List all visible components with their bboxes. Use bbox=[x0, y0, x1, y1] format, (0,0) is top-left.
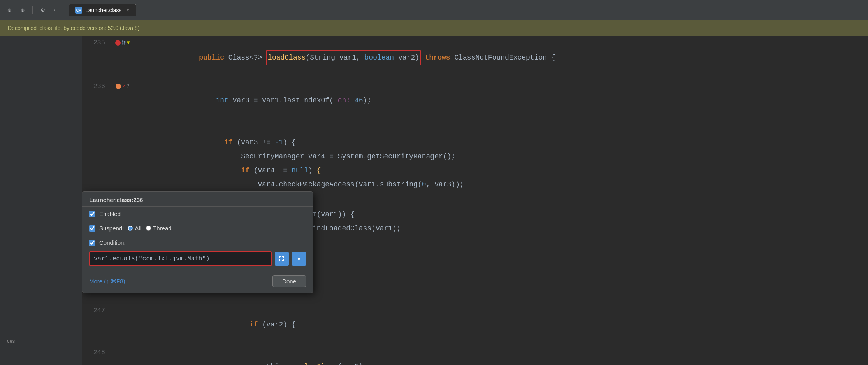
radio-thread[interactable]: Thread bbox=[146, 225, 172, 232]
dropdown-button[interactable]: ▼ bbox=[292, 252, 306, 266]
code-line-235: 235 @ ▼ public Class<?> loadClass(String… bbox=[82, 36, 868, 79]
line-num-247: 247 bbox=[82, 304, 113, 318]
launcher-class-tab[interactable]: CA Launcher.class × bbox=[69, 4, 136, 16]
radio-all[interactable]: All bbox=[128, 225, 141, 232]
expand-button[interactable] bbox=[275, 252, 289, 266]
radio-all-input[interactable] bbox=[128, 226, 133, 231]
titlebar-icons: ⊕ ⊕ | ⚙ ← bbox=[4, 5, 61, 16]
line-num-236: 236 bbox=[82, 79, 113, 93]
code-line-248: 248 this.resolveClass(var5); bbox=[82, 346, 868, 365]
code-line-236: 236 ✓ ? int var3 = var1.lastIndexOf( ch:… bbox=[82, 79, 868, 121]
popup-condition-row: Condition: bbox=[82, 235, 313, 250]
condition-label: Condition: bbox=[99, 239, 126, 246]
suspend-checkbox[interactable] bbox=[89, 225, 95, 232]
info-bar: Decompiled .class file, bytecode version… bbox=[0, 20, 868, 36]
tab-close-button[interactable]: × bbox=[126, 7, 129, 13]
line-num-235: 235 bbox=[82, 36, 113, 50]
circle-icon[interactable]: ⊕ bbox=[4, 5, 15, 16]
title-bar: ⊕ ⊕ | ⚙ ← CA Launcher.class × bbox=[0, 0, 868, 20]
condition-input-field[interactable] bbox=[89, 251, 272, 266]
radio-thread-label: Thread bbox=[153, 225, 172, 232]
popup-spacer: if (var3 != -1) { SecurityManager var4 =… bbox=[82, 121, 868, 261]
code-container: 235 @ ▼ public Class<?> loadClass(String… bbox=[82, 36, 868, 365]
code-line-247: 247 if (var2) { bbox=[82, 304, 868, 346]
left-sidebar: ces bbox=[0, 36, 82, 365]
popup-footer: More (↑ ⌘F8) Done bbox=[82, 271, 313, 293]
back-icon[interactable]: ← bbox=[51, 5, 61, 16]
condition-checkbox[interactable] bbox=[89, 240, 95, 246]
enabled-label: Enabled bbox=[99, 211, 121, 217]
gutter-235: @ ▼ bbox=[113, 36, 132, 50]
question-mark-236: ? bbox=[127, 79, 130, 93]
suspend-label: Suspend: bbox=[99, 225, 124, 232]
breakpoint-popup: Launcher.class:236 Enabled Suspend: All bbox=[82, 191, 313, 293]
tab-label: Launcher.class bbox=[85, 7, 121, 13]
editor-area: 235 @ ▼ public Class<?> loadClass(String… bbox=[82, 36, 868, 365]
line-content-248: this.resolveClass(var5); bbox=[132, 346, 868, 365]
split-icon[interactable]: ⊕ bbox=[17, 5, 28, 16]
radio-all-label: All bbox=[135, 225, 141, 232]
sidebar-bottom-label: ces bbox=[3, 337, 19, 346]
line-content-236: int var3 = var1.lastIndexOf( ch: 46); bbox=[132, 79, 868, 121]
info-bar-text: Decompiled .class file, bytecode version… bbox=[8, 25, 140, 31]
check-mark-236: ✓ bbox=[122, 79, 125, 93]
line-num-248: 248 bbox=[82, 346, 113, 360]
radio-thread-input[interactable] bbox=[146, 226, 151, 231]
breakpoint-235[interactable] bbox=[115, 40, 121, 46]
gear-icon[interactable]: ⚙ bbox=[37, 5, 48, 16]
breakpoint-236[interactable] bbox=[116, 84, 121, 89]
popup-enabled-row: Enabled bbox=[82, 207, 313, 221]
suspend-radio-group: All Thread bbox=[128, 225, 171, 232]
tab-area: CA Launcher.class × bbox=[69, 4, 136, 16]
main-area: ces 235 @ ▼ public Class<?> loadClass(St… bbox=[0, 36, 868, 365]
line-content-247: if (var2) { bbox=[132, 304, 868, 346]
popup-title: Launcher.class:236 bbox=[82, 192, 313, 207]
at-sign-235: @ bbox=[122, 36, 126, 50]
arrow-235: ▼ bbox=[127, 36, 130, 50]
done-button[interactable]: Done bbox=[272, 275, 306, 287]
enabled-checkbox[interactable] bbox=[89, 211, 95, 217]
condition-input-row: ▼ bbox=[82, 250, 313, 271]
tab-file-icon: CA bbox=[75, 7, 82, 14]
popup-suspend-row: Suspend: All Thread bbox=[82, 221, 313, 235]
line-content-235: public Class<?> loadClass(String var1, b… bbox=[132, 36, 868, 79]
more-link[interactable]: More (↑ ⌘F8) bbox=[89, 278, 125, 285]
gutter-236: ✓ ? bbox=[113, 79, 132, 93]
